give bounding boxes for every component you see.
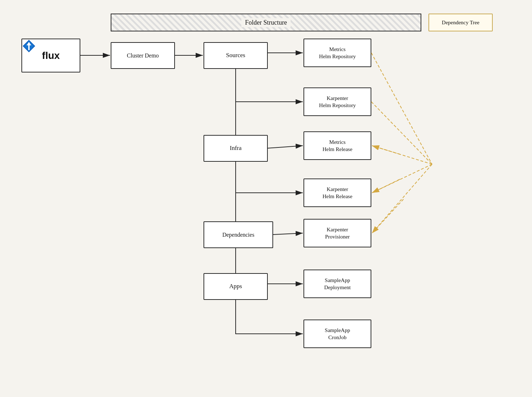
arrows-svg — [0, 0, 532, 397]
dashed-conv-to-karpenter-prov-2 — [372, 199, 403, 233]
arrow-deps-to-karpenter-prov — [273, 233, 303, 235]
arrow-infra-to-karpenter-release — [236, 162, 303, 193]
arrow-infra-to-metrics-release — [268, 146, 303, 148]
dashed-conv-to-karpenter-prov — [372, 164, 432, 233]
dashed-karpenter-repo-to-conv — [371, 102, 432, 164]
dashed-metrics-repo-to-conv — [371, 53, 432, 164]
arrow-apps-to-sampleapp-cronjob — [236, 300, 303, 334]
arrow-sources-to-karpenter-repo — [236, 69, 303, 102]
diagram-container: Folder Structure Dependency Tree flux Cl… — [0, 0, 532, 397]
